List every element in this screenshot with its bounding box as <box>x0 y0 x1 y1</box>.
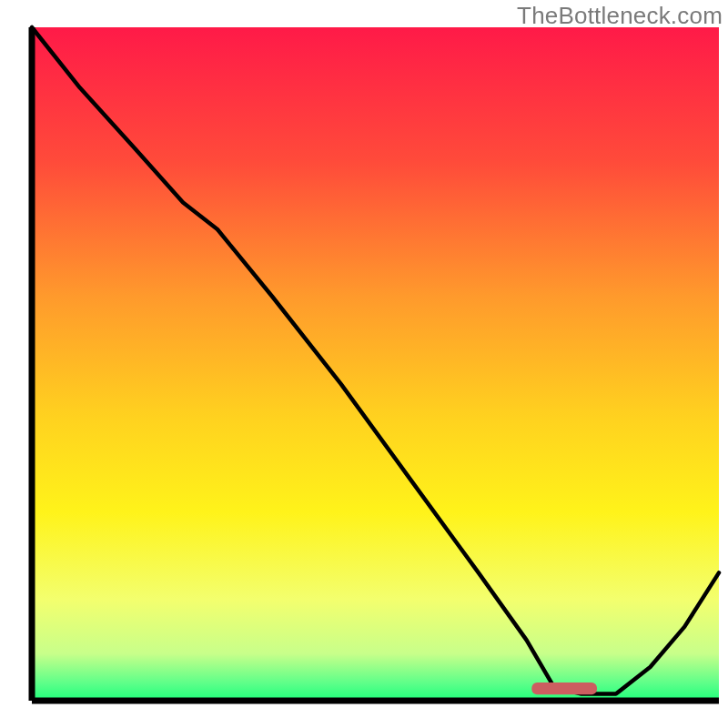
plot-background <box>32 27 719 701</box>
optimal-marker <box>531 682 597 694</box>
bottleneck-curve-plot <box>0 0 728 728</box>
chart-container: TheBottleneck.com <box>0 0 728 728</box>
